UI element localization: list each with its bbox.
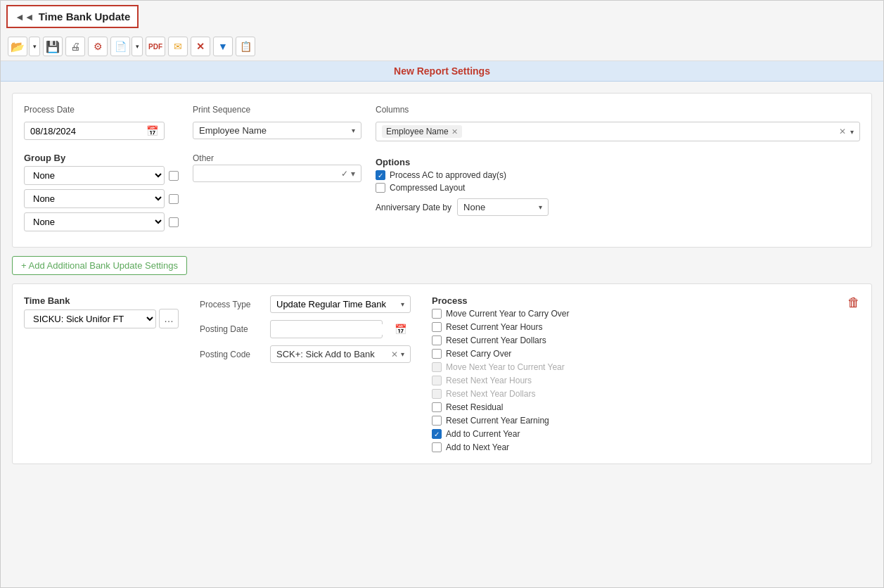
posting-date-wrap: 📅 xyxy=(270,320,383,338)
columns-clear-icon[interactable]: ✕ xyxy=(839,127,846,136)
process-check-row-2: Reset Current Year Dollars xyxy=(432,335,860,345)
columns-input-wrap[interactable]: Employee Name ✕ ✕ ▾ xyxy=(376,122,860,141)
other-input[interactable] xyxy=(199,168,341,179)
other-check-icon[interactable]: ✓ xyxy=(341,169,348,179)
posting-code-clear-icon[interactable]: ✕ xyxy=(391,350,398,359)
time-bank-select[interactable]: SICKU: Sick Unifor FT xyxy=(24,309,156,328)
compressed-layout-checkbox[interactable] xyxy=(376,183,385,193)
time-bank-dots-button[interactable]: … xyxy=(159,309,179,328)
process-check-label-9: Add to Current Year xyxy=(446,429,520,439)
options-label: Options xyxy=(376,157,860,167)
settings-row: Process Date 📅 Group By None xyxy=(24,105,860,236)
process-date-input[interactable] xyxy=(30,126,146,136)
posting-code-value: SCK+: Sick Add to Bank xyxy=(276,349,388,359)
columns-dropdown-icon[interactable]: ▾ xyxy=(850,128,854,136)
process-date-label: Process Date xyxy=(24,105,179,115)
process-check-2[interactable] xyxy=(432,335,442,345)
process-type-row: Process Type Update Regular Time Bank ▾ xyxy=(200,295,411,313)
process-check-1[interactable] xyxy=(432,322,442,332)
print-button[interactable]: 🖨 xyxy=(65,37,85,56)
middle-column: Print Sequence Employee Name ▾ Other ✓ ▾ xyxy=(193,105,361,182)
columns-tag-close-icon[interactable]: ✕ xyxy=(451,127,458,136)
anniversary-select[interactable]: None ▾ xyxy=(457,198,549,216)
process-check-label-0: Move Current Year to Carry Over xyxy=(446,309,569,319)
other-expand-icon[interactable]: ▾ xyxy=(351,169,355,179)
columns-label: Columns xyxy=(376,105,860,115)
calendar-icon[interactable]: 📅 xyxy=(146,125,158,136)
process-check-0[interactable] xyxy=(432,309,442,319)
open-dropdown[interactable]: ▾ xyxy=(29,37,40,56)
process-check-label-10: Add to Next Year xyxy=(446,442,509,452)
posting-date-input[interactable] xyxy=(276,324,395,335)
other-icons: ✓ ▾ xyxy=(341,169,355,179)
email-button[interactable]: ✉ xyxy=(168,37,188,56)
process-type-select[interactable]: Update Regular Time Bank ▾ xyxy=(270,295,411,313)
process-check-label-5: Reset Next Year Hours xyxy=(446,376,532,385)
delete-button[interactable]: 🗑 xyxy=(847,295,860,310)
export-button[interactable]: 📋 xyxy=(236,37,255,56)
process-check-10[interactable] xyxy=(432,442,442,452)
posting-code-wrap[interactable]: SCK+: Sick Add to Bank ✕ ▾ xyxy=(270,345,411,363)
group-by-checkbox-1[interactable] xyxy=(169,171,179,181)
posting-code-label: Posting Code xyxy=(200,350,263,359)
process-date-wrap: 📅 xyxy=(24,122,165,140)
group-by-checkbox-2[interactable] xyxy=(169,194,179,204)
process-type-label: Process Type xyxy=(200,300,263,309)
pdf-button[interactable]: PDF xyxy=(146,37,165,56)
compressed-layout-label: Compressed Layout xyxy=(390,183,465,193)
group-by-select-1[interactable]: None xyxy=(24,166,165,185)
process-check-label-2: Reset Current Year Dollars xyxy=(446,335,546,345)
group-by-checkbox-3[interactable] xyxy=(169,217,179,227)
filter-button[interactable]: ▼ xyxy=(213,37,233,56)
settings-section: Process Date 📅 Group By None xyxy=(12,93,872,248)
save-button[interactable]: 💾 xyxy=(43,37,63,56)
time-bank-label: Time Bank xyxy=(24,295,179,306)
process-check-label-7: Reset Residual xyxy=(446,402,503,412)
group-by-section: Group By None None xyxy=(24,153,179,236)
window-title: Time Bank Update xyxy=(39,11,131,23)
bank-middle-column: Process Type Update Regular Time Bank ▾ … xyxy=(200,295,411,370)
group-by-select-3[interactable]: None xyxy=(24,212,165,231)
process-check-label-1: Reset Current Year Hours xyxy=(446,322,542,332)
add-button-wrap: + Add Additional Bank Update Settings xyxy=(12,256,872,275)
process-check-5 xyxy=(432,376,442,385)
posting-code-arrow-icon[interactable]: ▾ xyxy=(401,350,404,358)
title-bar: ◄◄ Time Bank Update xyxy=(6,5,139,28)
add-bank-settings-button[interactable]: + Add Additional Bank Update Settings xyxy=(12,256,187,275)
process-ac-checkbox[interactable]: ✓ xyxy=(376,170,385,180)
bank-left-column: Time Bank SICKU: Sick Unifor FT … xyxy=(24,295,179,328)
process-check-9[interactable]: ✓ xyxy=(432,429,442,439)
bank-row: Time Bank SICKU: Sick Unifor FT … Proces… xyxy=(24,295,860,452)
anniversary-row: Anniversary Date by None ▾ xyxy=(376,198,860,216)
new-group: 📄 ▾ xyxy=(110,37,143,56)
new-dropdown[interactable]: ▾ xyxy=(132,37,143,56)
process-type-arrow-icon: ▾ xyxy=(401,300,404,308)
process-check-3[interactable] xyxy=(432,349,442,359)
process-check-7[interactable] xyxy=(432,402,442,412)
group-by-select-2[interactable]: None xyxy=(24,189,165,208)
posting-calendar-icon[interactable]: 📅 xyxy=(395,324,406,335)
back-arrows-icon[interactable]: ◄◄ xyxy=(15,11,34,23)
cancel-button[interactable]: ✕ xyxy=(191,37,210,56)
open-button[interactable]: 📂 xyxy=(8,37,27,56)
process-check-row-7: Reset Residual xyxy=(432,402,860,412)
columns-tag: Employee Name ✕ xyxy=(382,125,462,138)
process-checks: Move Current Year to Carry Over Reset Cu… xyxy=(432,309,860,452)
main-content: Process Date 📅 Group By None xyxy=(1,82,883,475)
print-sequence-select[interactable]: Employee Name ▾ xyxy=(193,122,361,139)
new-button[interactable]: 📄 xyxy=(110,37,130,56)
process-check-label-8: Reset Current Year Earning xyxy=(446,416,549,426)
process-check-row-5: Reset Next Year Hours xyxy=(432,376,860,385)
print-sequence-label: Print Sequence xyxy=(193,105,361,115)
open-group: 📂 ▾ xyxy=(8,37,40,56)
posting-code-row: Posting Code SCK+: Sick Add to Bank ✕ ▾ xyxy=(200,345,411,363)
print-sequence-chevron-icon: ▾ xyxy=(352,127,355,134)
process-check-row-0: Move Current Year to Carry Over xyxy=(432,309,860,319)
anniversary-value: None xyxy=(463,202,536,212)
process-type-value[interactable]: Update Regular Time Bank xyxy=(276,299,401,309)
settings-button[interactable]: ⚙ xyxy=(88,37,108,56)
process-check-8[interactable] xyxy=(432,416,442,426)
process-check-row-4: Move Next Year to Current Year xyxy=(432,362,860,372)
process-label: Process xyxy=(432,295,860,306)
other-input-wrap: ✓ ▾ xyxy=(193,165,361,182)
